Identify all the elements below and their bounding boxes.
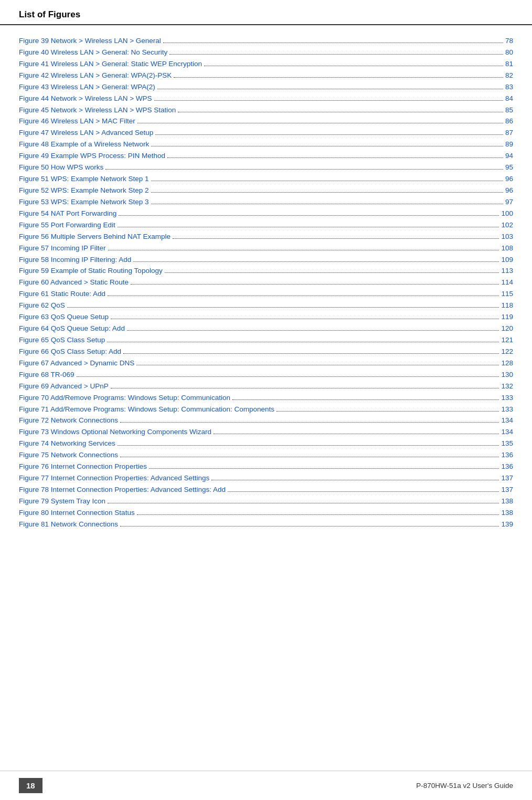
figure-dots xyxy=(107,342,499,342)
figure-link[interactable]: Figure 61 Static Route: Add xyxy=(19,289,105,300)
figure-link[interactable]: Figure 64 QoS Queue Setup: Add xyxy=(19,323,125,334)
figure-dots xyxy=(165,272,499,273)
figure-dots xyxy=(155,134,503,135)
figure-page-number: 139 xyxy=(501,519,513,530)
figure-link[interactable]: Figure 74 Networking Services xyxy=(19,438,115,449)
list-item: Figure 48 Example of a Wireless Network8… xyxy=(19,139,513,150)
figure-dots xyxy=(108,250,499,250)
figure-link[interactable]: Figure 42 Wireless LAN > General: WPA(2)… xyxy=(19,70,172,81)
figure-link[interactable]: Figure 44 Network > Wireless LAN > WPS xyxy=(19,93,152,104)
figure-page-number: 137 xyxy=(501,473,513,484)
list-item: Figure 47 Wireless LAN > Advanced Setup8… xyxy=(19,128,513,139)
figure-dots xyxy=(67,307,499,308)
figure-link[interactable]: Figure 46 Wireless LAN > MAC Filter xyxy=(19,116,135,127)
figure-link[interactable]: Figure 47 Wireless LAN > Advanced Setup xyxy=(19,128,153,139)
figure-page-number: 89 xyxy=(505,139,513,150)
figure-link[interactable]: Figure 71 Add/Remove Programs: Windows S… xyxy=(19,404,274,415)
figure-link[interactable]: Figure 62 QoS xyxy=(19,300,65,311)
figure-page-number: 132 xyxy=(501,381,513,392)
figure-link[interactable]: Figure 75 Network Connections xyxy=(19,450,118,461)
figure-dots xyxy=(169,54,503,55)
figure-dots xyxy=(111,319,499,319)
page-header: List of Figures xyxy=(0,0,532,25)
page-footer: 18 P-870HW-51a v2 User's Guide xyxy=(0,771,532,800)
list-item: Figure 64 QoS Queue Setup: Add120 xyxy=(19,323,513,334)
list-item: Figure 43 Wireless LAN > General: WPA(2)… xyxy=(19,82,513,93)
list-item: Figure 60 Advanced > Static Route114 xyxy=(19,277,513,288)
figure-link[interactable]: Figure 72 Network Connections xyxy=(19,415,118,426)
figure-page-number: 103 xyxy=(501,231,513,243)
figure-link[interactable]: Figure 80 Internet Connection Status xyxy=(19,508,135,519)
list-item: Figure 81 Network Connections139 xyxy=(19,519,513,530)
figure-link[interactable]: Figure 69 Advanced > UPnP xyxy=(19,381,109,392)
figure-page-number: 108 xyxy=(501,243,513,254)
figure-link[interactable]: Figure 43 Wireless LAN > General: WPA(2) xyxy=(19,82,155,93)
figure-dots xyxy=(232,399,499,400)
figure-link[interactable]: Figure 57 Incoming IP Filter xyxy=(19,243,106,254)
figure-page-number: 138 xyxy=(501,508,513,519)
figure-link[interactable]: Figure 76 Internet Connection Properties xyxy=(19,461,147,472)
figure-dots xyxy=(108,503,499,503)
list-item: Figure 39 Network > Wireless LAN > Gener… xyxy=(19,36,513,47)
figure-link[interactable]: Figure 50 How WPS works xyxy=(19,162,103,173)
list-item: Figure 71 Add/Remove Programs: Windows S… xyxy=(19,404,513,415)
list-item: Figure 67 Advanced > Dynamic DNS128 xyxy=(19,358,513,369)
figure-link[interactable]: Figure 66 QoS Class Setup: Add xyxy=(19,346,121,357)
figure-link[interactable]: Figure 52 WPS: Example Network Step 2 xyxy=(19,185,149,196)
figure-link[interactable]: Figure 58 Incoming IP Filtering: Add xyxy=(19,255,131,266)
figure-link[interactable]: Figure 53 WPS: Example Network Step 3 xyxy=(19,197,149,208)
figure-link[interactable]: Figure 68 TR-069 xyxy=(19,370,75,381)
figure-link[interactable]: Figure 65 QoS Class Setup xyxy=(19,335,105,346)
figure-link[interactable]: Figure 39 Network > Wireless LAN > Gener… xyxy=(19,36,161,47)
figure-dots xyxy=(131,284,499,285)
figure-link[interactable]: Figure 40 Wireless LAN > General: No Sec… xyxy=(19,47,167,58)
figure-link[interactable]: Figure 49 Example WPS Process: PIN Metho… xyxy=(19,151,165,162)
list-item: Figure 69 Advanced > UPnP132 xyxy=(19,381,513,392)
figure-page-number: 86 xyxy=(505,116,513,127)
figure-link[interactable]: Figure 48 Example of a Wireless Network xyxy=(19,139,149,150)
figure-link[interactable]: Figure 55 Port Forwarding Edit xyxy=(19,220,115,231)
list-item: Figure 45 Network > Wireless LAN > WPS S… xyxy=(19,105,513,116)
figure-link[interactable]: Figure 63 QoS Queue Setup xyxy=(19,312,109,323)
figure-page-number: 138 xyxy=(501,496,513,507)
figure-link[interactable]: Figure 54 NAT Port Forwarding xyxy=(19,208,116,219)
figure-page-number: 130 xyxy=(501,370,513,381)
figure-dots xyxy=(151,181,503,181)
figure-dots xyxy=(127,330,499,331)
figure-link[interactable]: Figure 73 Windows Optional Networking Co… xyxy=(19,427,211,438)
page-title: List of Figures xyxy=(19,9,80,19)
list-item: Figure 65 QoS Class Setup121 xyxy=(19,335,513,346)
figure-page-number: 134 xyxy=(501,427,513,438)
figure-link[interactable]: Figure 41 Wireless LAN > General: Static… xyxy=(19,59,202,70)
figure-dots xyxy=(157,89,503,89)
list-item: Figure 62 QoS118 xyxy=(19,300,513,311)
figure-dots xyxy=(174,77,503,78)
list-item: Figure 56 Multiple Servers Behind NAT Ex… xyxy=(19,231,513,243)
list-item: Figure 50 How WPS works95 xyxy=(19,162,513,173)
figure-dots xyxy=(163,43,503,43)
list-item: Figure 44 Network > Wireless LAN > WPS84 xyxy=(19,93,513,104)
figure-link[interactable]: Figure 79 System Tray Icon xyxy=(19,496,105,507)
figure-link[interactable]: Figure 56 Multiple Servers Behind NAT Ex… xyxy=(19,231,171,243)
list-item: Figure 57 Incoming IP Filter108 xyxy=(19,243,513,254)
figure-link[interactable]: Figure 59 Example of Static Routing Topo… xyxy=(19,266,163,277)
figure-link[interactable]: Figure 51 WPS: Example Network Step 1 xyxy=(19,174,149,185)
list-item: Figure 59 Example of Static Routing Topo… xyxy=(19,266,513,277)
figure-link[interactable]: Figure 70 Add/Remove Programs: Windows S… xyxy=(19,393,230,404)
figure-page-number: 85 xyxy=(505,105,513,116)
figure-dots xyxy=(119,215,499,216)
figure-link[interactable]: Figure 77 Internet Connection Properties… xyxy=(19,473,209,484)
list-item: Figure 52 WPS: Example Network Step 296 xyxy=(19,185,513,196)
list-item: Figure 58 Incoming IP Filtering: Add109 xyxy=(19,255,513,266)
figure-link[interactable]: Figure 67 Advanced > Dynamic DNS xyxy=(19,358,134,369)
figure-dots xyxy=(133,261,499,262)
figure-link[interactable]: Figure 78 Internet Connection Properties… xyxy=(19,485,226,496)
figure-page-number: 82 xyxy=(505,70,513,81)
list-item: Figure 78 Internet Connection Properties… xyxy=(19,485,513,496)
figure-page-number: 115 xyxy=(501,289,513,300)
list-item: Figure 41 Wireless LAN > General: Static… xyxy=(19,59,513,70)
figure-link[interactable]: Figure 60 Advanced > Static Route xyxy=(19,277,129,288)
figure-link[interactable]: Figure 81 Network Connections xyxy=(19,519,118,530)
figure-link[interactable]: Figure 45 Network > Wireless LAN > WPS S… xyxy=(19,105,176,116)
list-item: Figure 70 Add/Remove Programs: Windows S… xyxy=(19,393,513,404)
